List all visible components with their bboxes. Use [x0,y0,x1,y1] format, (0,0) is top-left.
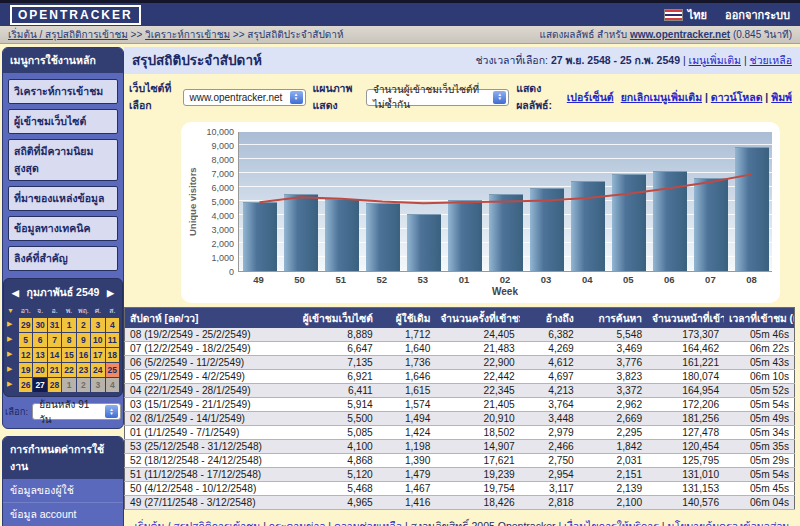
table-row: 52 (18/12/2548 - 24/12/2548)4,8681,39017… [125,454,795,468]
calendar-day[interactable]: 6 [33,333,46,347]
table-row: 01 (1/1/2549 - 7/1/2549)5,0851,42418,502… [125,426,795,440]
calendar-day[interactable]: 13 [33,348,46,362]
trend-line [239,132,772,271]
sidebar-menu-button[interactable]: ผู้เข้าชมเว็บไซต์ [8,109,118,134]
table-cell: 2,031 [579,454,647,468]
calendar-day[interactable]: 28 [48,378,61,392]
sidebar-menu-button[interactable]: ข้อมูลทางเทคนิค [8,216,118,241]
calendar-day[interactable]: 21 [48,363,61,377]
footer-link[interactable]: เริ่มต้น / สรุปสถิติการเข้าชม [134,520,260,526]
help-link[interactable]: ช่วยเหลือ [750,54,792,66]
calendar-day[interactable]: 31 [48,318,61,332]
calendar-day[interactable]: 10 [91,333,104,347]
column-header[interactable]: เวลาที่เข้าชม (เฉลี่ย) [724,308,794,329]
calendar-day[interactable]: 4 [106,318,119,332]
calendar-day[interactable]: 26 [19,378,32,392]
y-axis-tick-label: 1,000 [211,253,234,263]
calendar-expand-icon[interactable]: ▼ [7,305,18,317]
percent-link[interactable]: เปอร์เซ็นต์ [567,89,614,106]
x-axis-tick-label: 50 [279,272,320,285]
calendar-day[interactable]: 7 [48,333,61,347]
calendar-day[interactable]: 9 [77,333,90,347]
sidebar-menu-button[interactable]: ที่มาของแหล่งข้อมูล [8,186,118,211]
x-axis-tick-label: 51 [320,272,361,285]
table-cell: 3,117 [520,482,579,496]
sidebar-config-link[interactable]: ข้อมูลของผู้ใช้ [3,479,123,503]
footer-link[interactable]: กระดานข่าว [269,520,326,526]
language-link[interactable]: ไทย [688,6,707,24]
calendar-day[interactable]: 4 [106,378,119,392]
more-menu-link[interactable]: เมนูเพิ่มเติม [689,54,741,66]
calendar-day[interactable]: 1 [62,318,75,332]
table-cell: 18,426 [435,496,519,510]
display-label: แสดงผลลัพธ์: [516,80,560,114]
calendar-day[interactable]: 3 [91,378,104,392]
chart-type-select[interactable]: จำนวนผู้เข้าชมเว็บไซต์ที่ไม่ซ้ำกัน ▲▼ [366,89,509,106]
table-cell: 2,818 [520,496,579,510]
table-cell: 1,712 [378,328,436,342]
calendar-week-select-icon[interactable]: ▶ [7,378,18,392]
calendar-day[interactable]: 14 [48,348,61,362]
table-cell: 1,390 [378,454,436,468]
site-select[interactable]: www.opentracker.net ▲▼ [183,89,306,106]
column-header[interactable]: ผู้ใช้เดิม [378,308,436,329]
calendar-prev-icon[interactable]: ◀ [12,288,19,298]
calendar-week-select-icon[interactable]: ▶ [7,348,18,362]
calendar-day[interactable]: 12 [19,348,32,362]
calendar-week-row: ▶567891011 [7,333,119,347]
action-link[interactable]: พิมพ์ [771,91,792,103]
calendar-day[interactable]: 1 [62,378,75,392]
calendar-week-select-icon[interactable]: ▶ [7,363,18,377]
sidebar-menu-button[interactable]: วิเคราะห์การเข้าชม [8,79,118,104]
result-site-link[interactable]: www.opentracker.net [630,29,730,40]
y-axis-tick-label: 3,000 [211,225,234,235]
calendar-day[interactable]: 3 [91,318,104,332]
breadcrumb-home-link[interactable]: เริ่มต้น / สรุปสถิติการเข้าชม [8,29,128,40]
action-link[interactable]: ยกเลิกเมนูเพิ่มเติม [621,91,702,103]
calendar-day[interactable]: 23 [77,363,90,377]
calendar-day[interactable]: 2 [77,378,90,392]
calendar-next-icon[interactable]: ▶ [107,288,114,298]
calendar-day[interactable]: 29 [19,318,32,332]
calendar-week-select-icon[interactable]: ▶ [7,318,18,332]
calendar-day[interactable]: 20 [33,363,46,377]
sidebar-menu-button[interactable]: สถิติที่มีความนิยมสูงสุด [8,139,118,181]
column-header[interactable]: จำนวนหน้าที่เข้าชม [647,308,724,329]
calendar-day[interactable]: 27 [33,378,46,392]
column-header[interactable]: การค้นหา [579,308,647,329]
footer-link[interactable]: ความช่วยเหลือ [334,520,402,526]
table-cell: 4,868 [295,454,377,468]
table-cell: 06 (5/2/2549 - 11/2/2549) [125,356,296,370]
calendar-day[interactable]: 5 [19,333,32,347]
calendar-day[interactable]: 2 [77,318,90,332]
sidebar-menu-button[interactable]: ลิงค์ที่สำคัญ [8,246,118,271]
calendar-day[interactable]: 11 [106,333,119,347]
calendar-day[interactable]: 30 [33,318,46,332]
sidebar-config-link[interactable]: ข้อมูล account [3,503,123,526]
calendar-day[interactable]: 18 [106,348,119,362]
calendar-day[interactable]: 15 [62,348,75,362]
column-header[interactable]: ผู้เข้าชมเว็บไซต์ [295,308,377,329]
column-header[interactable]: สัปดาห์ [ลด/วว] [125,308,296,329]
table-cell: 180,074 [647,370,724,384]
column-header[interactable]: จำนวนครั้งที่เข้าชม [435,308,519,329]
logout-link[interactable]: ออกจากระบบ [725,6,790,24]
range-select[interactable]: ย้อนหลัง 91 วัน ▲▼ [32,403,121,420]
calendar-week-select-icon[interactable]: ▶ [7,333,18,347]
calendar-day[interactable]: 19 [19,363,32,377]
calendar-day[interactable]: 25 [106,363,119,377]
calendar-day[interactable]: 22 [62,363,75,377]
action-link[interactable]: ดาวน์โหลด [711,91,763,103]
table-cell: 51 (11/12/2548 - 17/12/2548) [125,468,296,482]
calendar-day[interactable]: 24 [91,363,104,377]
footer-link[interactable]: เงื่อนไขการให้บริการ [564,520,659,526]
table-cell: 131,010 [647,468,724,482]
calendar-day[interactable]: 17 [91,348,104,362]
calendar-day[interactable]: 16 [77,348,90,362]
column-header[interactable]: อ้างถึง [520,308,579,329]
breadcrumb-section-link[interactable]: วิเคราะห์การเข้าชม [145,29,230,40]
table-cell: 05m 29s [724,454,794,468]
breadcrumb-separator: >> [233,29,245,40]
table-cell: 6,647 [295,342,377,356]
calendar-day[interactable]: 8 [62,333,75,347]
